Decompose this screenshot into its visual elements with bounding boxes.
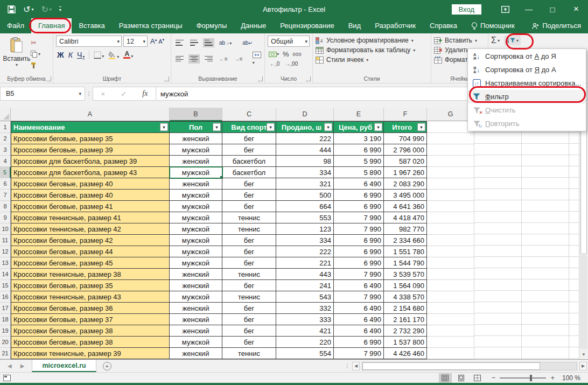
conditional-formatting-button[interactable]: ≠Условное форматирование▾ [316, 37, 428, 44]
paste-dropdown-arrow[interactable]: ▾ [16, 62, 18, 67]
cut-button[interactable]: ✂ [31, 38, 40, 47]
header-cell-A1[interactable]: Наименование▾ [11, 121, 170, 133]
cell-B21[interactable]: женский [170, 348, 222, 359]
cell-D7[interactable]: 500 [276, 190, 334, 201]
cell-E8[interactable]: 6 990 [334, 201, 384, 212]
vertical-scrollbar[interactable]: ▼ [579, 108, 588, 359]
zoom-level[interactable]: 100 % [562, 374, 580, 382]
cell-F20[interactable]: 1 537 800 [384, 337, 427, 348]
cell-E14[interactable]: 7 990 [334, 269, 384, 280]
cell-E19[interactable]: 6 490 [334, 325, 384, 337]
scroll-right-arrow[interactable]: ▶ [579, 362, 587, 370]
tab-разработчик[interactable]: Разработчик [368, 18, 423, 33]
cell-C3[interactable]: бег [222, 144, 276, 156]
cell-E4[interactable]: 5 990 [334, 156, 384, 167]
cell-F14[interactable]: 3 539 570 [384, 269, 427, 280]
cell-E20[interactable]: 6 990 [334, 337, 384, 348]
cell-A14[interactable]: Кроссовки теннисные, размер 38 [11, 269, 170, 280]
cell-F4[interactable]: 587 020 [384, 156, 427, 167]
cell-A2[interactable]: Кроссовки беговые, размер 35 [11, 133, 170, 144]
cell-F18[interactable]: 2 161 170 [384, 314, 427, 325]
cell-A15[interactable]: Кроссовки беговые, размер 35 [11, 280, 170, 291]
redo-button[interactable]: ↻▾ [41, 4, 51, 15]
cell-B12[interactable]: мужской [170, 246, 222, 257]
cell-B6[interactable]: женский [170, 178, 222, 190]
header-cell-E1[interactable]: Цена, руб▾ [334, 121, 384, 133]
increase-indent-button[interactable]: →≡ [233, 54, 244, 64]
cell-E16[interactable]: 7 990 [334, 291, 384, 303]
font-size-combo[interactable]: 12▾ [123, 36, 148, 47]
insert-cells-button[interactable]: Вставить▾ [434, 37, 485, 44]
accounting-format-button[interactable]: ▾ [269, 52, 279, 57]
cell-C9[interactable]: теннис [222, 212, 276, 223]
cell-B13[interactable]: мужской [170, 257, 222, 269]
menu-item-сортировка-от-я-до-а[interactable]: ЯА↓Сортировка от Я до А [468, 63, 586, 76]
decrease-decimal-button[interactable]: →,00 [285, 61, 298, 67]
wrap-text-button[interactable]: ab↵ [241, 38, 254, 47]
cell-B2[interactable]: женский [170, 133, 222, 144]
cell-B7[interactable]: мужской [170, 190, 222, 201]
column-header-B[interactable]: B [170, 108, 222, 121]
scroll-left-arrow[interactable]: ◀ [352, 362, 360, 370]
cell-F15[interactable]: 1 564 090 [384, 280, 427, 291]
cell-C14[interactable]: теннис [222, 269, 276, 280]
cell-C8[interactable]: бег [222, 201, 276, 212]
cell-D9[interactable]: 553 [276, 212, 334, 223]
header-cell-C1[interactable]: Вид спорт▾ [222, 121, 276, 133]
align-center-button[interactable] [188, 54, 200, 64]
cell-E18[interactable]: 6 490 [334, 314, 384, 325]
cell-C5[interactable]: баскетбол [222, 167, 276, 178]
cell-D2[interactable]: 222 [276, 133, 334, 144]
align-middle-button[interactable] [188, 38, 200, 47]
sign-in-button[interactable]: Вход [452, 4, 481, 15]
format-as-table-button[interactable]: Форматировать как таблицу▾ [316, 46, 428, 54]
cell-G5[interactable] [427, 167, 474, 178]
orientation-button[interactable]: ab→▾ [218, 38, 233, 47]
prev-sheet-arrow[interactable]: ◀ [8, 363, 12, 369]
cell-G21[interactable] [427, 348, 474, 359]
cell-G3[interactable] [427, 144, 474, 156]
cell-B20[interactable]: мужской [170, 337, 222, 348]
cell-A11[interactable]: Кроссовки беговые, размер 42 [11, 235, 170, 246]
customize-qat-button[interactable]: ▾ [59, 6, 61, 12]
cell-A17[interactable]: Кроссовки беговые, размер 36 [11, 303, 170, 314]
cell-G2[interactable] [427, 133, 474, 144]
name-box-dropdown-arrow[interactable]: ▾ [79, 91, 81, 96]
cell-A12[interactable]: Кроссовки беговые, размер 44 [11, 246, 170, 257]
horizontal-scrollbar-thumb[interactable] [362, 362, 540, 370]
cell-B8[interactable]: мужской [170, 201, 222, 212]
filter-dropdown-button-C[interactable]: ▾ [267, 123, 275, 131]
number-format-combo[interactable]: Общий▾ [268, 36, 310, 47]
cell-B10[interactable]: мужской [170, 223, 222, 235]
cell-F17[interactable]: 2 154 680 [384, 303, 427, 314]
tab-главная[interactable]: Главная [31, 18, 72, 33]
sort-filter-button[interactable]: АЯ ▾ [504, 36, 521, 45]
row-header-21[interactable]: 21 [0, 348, 11, 359]
header-cell-D1[interactable]: Продано, ш▾ [276, 121, 334, 133]
cell-D4[interactable]: 98 [276, 156, 334, 167]
header-cell-F1[interactable]: Итого▾ [384, 121, 427, 133]
cell-D13[interactable]: 221 [276, 257, 334, 269]
borders-button[interactable]: ▾ [94, 51, 104, 59]
tab-разметка-страницы[interactable]: Разметка страницы [112, 18, 190, 33]
cell-C17[interactable]: бег [222, 303, 276, 314]
cell-F12[interactable]: 1 551 780 [384, 246, 427, 257]
cell-E6[interactable]: 6 490 [334, 178, 384, 190]
cell-C19[interactable]: бег [222, 325, 276, 337]
cell-B9[interactable]: мужской [170, 212, 222, 223]
row-header-11[interactable]: 11 [0, 235, 11, 246]
cell-G4[interactable] [427, 156, 474, 167]
row-header-2[interactable]: 2 [0, 133, 11, 144]
row-header-15[interactable]: 15 [0, 280, 11, 291]
column-header-A[interactable]: A [11, 108, 170, 121]
cell-E17[interactable]: 6 490 [334, 303, 384, 314]
clipboard-dialog-launcher[interactable] [46, 76, 51, 81]
row-header-3[interactable]: 3 [0, 144, 11, 156]
cell-G19[interactable] [427, 325, 474, 337]
tab-file[interactable]: Файл [0, 18, 31, 33]
tab-справка[interactable]: Справка [423, 18, 464, 33]
cell-D21[interactable]: 554 [276, 348, 334, 359]
maximize-button[interactable]: □ [541, 0, 564, 18]
row-header-5[interactable]: 5 [0, 167, 11, 178]
merge-center-button[interactable]: ▾ [251, 50, 263, 67]
